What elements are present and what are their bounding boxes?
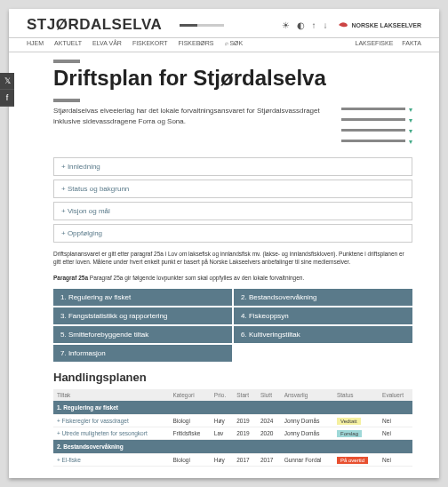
cell: 2017: [257, 453, 281, 466]
cell: Fritidsfiske: [169, 427, 210, 439]
col-header: Slutt: [257, 389, 281, 401]
cell: 2019: [233, 427, 257, 439]
cell: 2024: [257, 414, 281, 427]
section-header: 2. Bestandsovervåkning: [53, 439, 412, 453]
text-decrease-icon[interactable]: ↓: [324, 20, 328, 30]
status-badge: Forslag: [337, 430, 362, 437]
status-badge: Vedtatt: [337, 418, 361, 425]
category-tile[interactable]: 5. Smitteforebyggende tiltak: [53, 326, 232, 343]
cell: Nei: [379, 453, 412, 466]
note-text-2: Paragraf 25a Paragraf 25a gir følgende l…: [53, 274, 412, 282]
cell: Høy: [211, 414, 233, 427]
col-header: Prio.: [211, 389, 233, 401]
table-row: + Fiskeregler for vassdragetBiologiHøy20…: [53, 414, 412, 427]
accordion-item[interactable]: + Innledning: [53, 157, 412, 176]
toolbar: ☀ ◐ ↑ ↓: [282, 20, 328, 30]
nav-laksefiske[interactable]: LAKSEFISKE: [356, 40, 394, 46]
progress-bar: [180, 24, 224, 27]
col-header: Evaluert: [379, 389, 412, 401]
cell: Nei: [379, 427, 412, 439]
sun-icon[interactable]: ☀: [282, 20, 290, 30]
section-header: 1. Regulering av fisket: [53, 401, 412, 415]
cell: Lav: [211, 427, 233, 439]
intro-text: Stjørdalselvas elveeierlag har det lokal…: [53, 106, 324, 148]
cell: Gunnar Fordal: [281, 453, 333, 466]
col-header: Tiltak: [53, 389, 169, 401]
text-increase-icon[interactable]: ↑: [312, 20, 316, 30]
accent-bar: [53, 60, 80, 63]
nav-hjem[interactable]: HJEM: [27, 40, 44, 46]
accordion-item[interactable]: + Status og bakgrunn: [53, 180, 412, 198]
toc-sidebar: ▾ ▾ ▾ ▾: [341, 106, 412, 148]
main-nav: HJEM AKTUELT ELVA VÅR FISKEKORT FISKEBØR…: [9, 37, 439, 52]
row-link[interactable]: + El-fiske: [53, 453, 169, 466]
nav-elva[interactable]: ELVA VÅR: [92, 40, 122, 46]
twitter-icon[interactable]: 𝕏: [0, 73, 14, 90]
action-table: TiltakKategoriPrio.StartSluttAnsvarligSt…: [53, 389, 412, 467]
section-title: Handlingsplanen: [53, 371, 412, 384]
contrast-icon[interactable]: ◐: [297, 20, 305, 30]
status-badge: På overtid: [337, 457, 368, 464]
chevron-down-icon[interactable]: ▾: [409, 127, 412, 135]
cell: Biologi: [169, 453, 210, 466]
site-logo: STJØRDALSELVA: [27, 16, 162, 34]
col-header: Status: [333, 389, 379, 401]
col-header: Start: [233, 389, 257, 401]
cell: 2017: [233, 453, 257, 466]
cell: 2020: [257, 427, 281, 439]
category-tile[interactable]: 6. Kultiveringstiltak: [234, 326, 412, 343]
cell: Jonny Domås: [281, 414, 333, 427]
col-header: Kategori: [169, 389, 210, 401]
chevron-down-icon[interactable]: ▾: [409, 116, 412, 124]
org-logo: NORSKE LAKSEELVER: [337, 19, 421, 31]
nav-aktuelt[interactable]: AKTUELT: [54, 40, 82, 46]
table-row: + El-fiskeBiologiHøy20172017Gunnar Forda…: [53, 453, 412, 466]
category-tile[interactable]: 7. Informasjon: [53, 345, 232, 362]
page-title: Driftsplan for Stjørdalselva: [53, 67, 412, 90]
note-text: Driftsplanansvaret er gitt etter paragra…: [53, 250, 412, 266]
category-tile[interactable]: 3. Fangststatistikk og rapportering: [53, 307, 232, 324]
cell: Nei: [379, 414, 412, 427]
nav-fiskebors[interactable]: FISKEBØRS: [178, 40, 213, 46]
col-header: Ansvarlig: [281, 389, 333, 401]
accordion-item[interactable]: + Visjon og mål: [53, 202, 412, 220]
nav-fiskekort[interactable]: FISKEKORT: [132, 40, 168, 46]
category-tile[interactable]: 1. Regulering av fisket: [53, 289, 232, 306]
category-tile[interactable]: 4. Fiskeoppsyn: [234, 307, 412, 324]
accent-bar: [53, 99, 80, 102]
chevron-down-icon[interactable]: ▾: [409, 106, 412, 114]
cell: 2019: [233, 414, 257, 427]
cell: Høy: [211, 453, 233, 466]
nav-sok[interactable]: ⌕ SØK: [225, 40, 244, 46]
table-row: + Utrede muligheten for sesongkortFritid…: [53, 427, 412, 439]
chevron-down-icon[interactable]: ▾: [409, 138, 412, 146]
row-link[interactable]: + Utrede muligheten for sesongkort: [53, 427, 169, 439]
nav-fakta[interactable]: FAKTA: [402, 40, 421, 46]
cell: Biologi: [169, 414, 210, 427]
accordion-item[interactable]: + Oppfølging: [53, 224, 412, 243]
cell: Jonny Domås: [281, 427, 333, 439]
category-tile[interactable]: 2. Bestandsovervåkning: [234, 289, 412, 306]
facebook-icon[interactable]: f: [0, 90, 14, 107]
row-link[interactable]: + Fiskeregler for vassdraget: [53, 414, 169, 427]
